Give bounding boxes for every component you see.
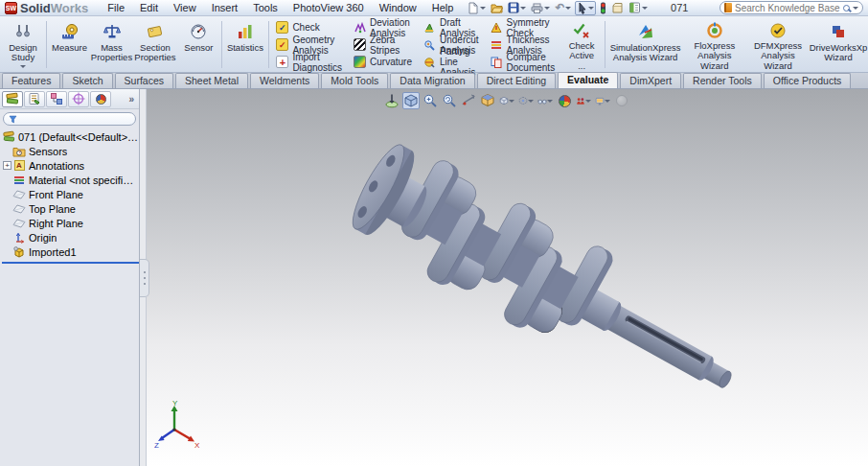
tab-data-migration[interactable]: Data Migration [390, 73, 474, 88]
menu-insert[interactable]: Insert [204, 1, 246, 14]
expand-icon[interactable]: + [3, 161, 11, 170]
menu-edit[interactable]: Edit [132, 1, 166, 14]
tab-sheet-metal[interactable]: Sheet Metal [175, 73, 248, 88]
quick-access-toolbar: ↶ [467, 1, 649, 15]
new-document-button[interactable] [467, 1, 487, 15]
normal-to-icon[interactable] [383, 92, 400, 109]
parting-line-analysis-button[interactable]: Parting Line Analysis [420, 54, 483, 70]
tab-render-tools[interactable]: Render Tools [683, 73, 762, 88]
mass-properties-button[interactable]: Mass Properties [91, 18, 133, 71]
tree-item-annotations[interactable]: + A Annotations [2, 158, 139, 173]
check-active-icon [572, 21, 591, 40]
curvature-button[interactable]: Curvature [350, 54, 416, 70]
tree-item-origin[interactable]: Origin [2, 230, 139, 245]
tree-item-material[interactable]: Material <not specified> [2, 173, 139, 187]
solidworks-logo-icon: SW [5, 2, 17, 14]
tab-property-manager[interactable] [24, 91, 45, 107]
thickness-analysis-button[interactable]: Thickness Analysis [487, 36, 560, 53]
tab-direct-editing[interactable]: Direct Editing [477, 73, 556, 88]
file-properties-button[interactable] [610, 1, 625, 15]
section-properties-icon [146, 21, 165, 42]
options-button[interactable] [628, 1, 649, 15]
menu-view[interactable]: View [166, 1, 204, 14]
previous-view-icon[interactable] [441, 92, 458, 109]
filter-funnel-icon [9, 115, 17, 124]
tab-display-manager[interactable] [90, 91, 111, 107]
deviation-analysis-button[interactable]: Deviation Analysis [350, 19, 416, 35]
print-button[interactable] [530, 1, 551, 15]
compare-documents-button[interactable]: Compare Documents [487, 54, 560, 70]
tree-item-front-plane[interactable]: Front Plane [2, 187, 139, 201]
rollback-bar[interactable] [2, 262, 139, 264]
undo-button[interactable]: ↶ [554, 1, 572, 15]
symmetry-check-button[interactable]: Symmetry Check [487, 19, 560, 35]
geometry-analysis-button[interactable]: ✓ Geometry Analysis [272, 36, 346, 53]
zebra-stripes-button[interactable]: Zebra Stripes [350, 36, 416, 53]
zoom-to-area-icon[interactable] [422, 92, 439, 109]
edit-appearance-icon[interactable] [556, 92, 573, 109]
open-button[interactable] [490, 1, 504, 15]
feature-manager-panel: » 071 (Default<<Default>_Display Sensors [0, 89, 140, 466]
tree-item-label: Origin [29, 232, 57, 244]
display-style-icon[interactable] [498, 92, 515, 109]
simulationxpress-wizard-button[interactable]: SimulationXpress Analysis Wizard [607, 18, 684, 71]
tree-item-top-plane[interactable]: Top Plane [2, 201, 139, 216]
driveworksxpress-wizard-button[interactable]: DriveWorksXp Wizard [811, 18, 866, 71]
tab-evaluate[interactable]: Evaluate [558, 72, 618, 88]
tab-feature-manager[interactable] [2, 91, 23, 107]
knowledge-base-search[interactable] [720, 1, 863, 14]
statistics-button[interactable]: Statistics [224, 18, 266, 71]
solidworks-logo: SW SolidWorks [5, 1, 88, 15]
sensor-button[interactable]: Sensor [177, 18, 219, 71]
save-button[interactable] [507, 1, 527, 15]
zoom-to-fit-icon[interactable] [402, 92, 420, 109]
realview-icon[interactable] [613, 92, 630, 109]
tab-weldments[interactable]: Weldments [250, 73, 319, 88]
section-properties-button[interactable]: Section Properties [133, 18, 178, 71]
sensor-icon [189, 21, 208, 42]
design-study-button[interactable]: Design Study [2, 18, 44, 71]
tree-item-imported1[interactable]: Imported1 [2, 245, 139, 259]
menu-tools[interactable]: Tools [245, 1, 286, 14]
tab-dimxpert[interactable]: DimXpert [620, 73, 681, 88]
tab-sketch[interactable]: Sketch [62, 73, 112, 88]
dfmxpress-wizard-button[interactable]: DFMXpress Analysis Wizard [745, 18, 811, 71]
manager-tabs-more-icon[interactable]: » [126, 94, 137, 105]
splitter-handle[interactable] [140, 259, 149, 297]
panel-splitter[interactable] [140, 89, 147, 466]
search-dropdown-icon[interactable] [853, 7, 858, 10]
view-setting-monitor-icon[interactable] [594, 92, 611, 109]
tab-dimxpert-manager[interactable] [68, 91, 89, 107]
select-button[interactable] [575, 1, 596, 15]
search-input[interactable] [735, 3, 840, 13]
graphics-area[interactable]: Y X Z [147, 89, 868, 466]
view-settings-icon[interactable] [537, 92, 554, 109]
3d-drawing-view-icon[interactable] [460, 92, 477, 109]
menu-photoview-360[interactable]: PhotoView 360 [286, 1, 372, 14]
tree-filter-input[interactable] [3, 112, 136, 126]
tree-root[interactable]: 071 (Default<<Default>_Display [2, 129, 139, 144]
rebuild-button[interactable] [599, 1, 607, 15]
tree-item-right-plane[interactable]: Right Plane [2, 216, 139, 230]
menu-help[interactable]: Help [424, 1, 462, 14]
draft-analysis-button[interactable]: Draft Analysis [420, 19, 483, 35]
check-active-button[interactable]: Check Active ... [560, 18, 603, 71]
model-crankshaft[interactable] [147, 89, 868, 466]
tree-item-sensors[interactable]: Sensors [2, 144, 139, 158]
tab-office-products[interactable]: Office Products [764, 73, 852, 88]
import-diagnostics-button[interactable]: + Import Diagnostics [272, 54, 346, 70]
menu-window[interactable]: Window [372, 1, 424, 14]
material-icon [14, 176, 24, 184]
view-orientation-icon[interactable] [479, 92, 496, 109]
menu-file[interactable]: File [100, 1, 132, 14]
tree-item-label: Imported1 [29, 246, 77, 258]
floxpress-wizard-button[interactable]: FloXpress Analysis Wizard [684, 18, 745, 71]
apply-scene-icon[interactable] [575, 92, 592, 109]
check-button[interactable]: ✓ Check [272, 19, 346, 35]
tab-surfaces[interactable]: Surfaces [115, 73, 173, 88]
tab-configuration-manager[interactable] [46, 91, 67, 107]
measure-button[interactable]: Measure [49, 18, 91, 71]
tab-features[interactable]: Features [2, 73, 60, 88]
tab-mold-tools[interactable]: Mold Tools [321, 73, 388, 88]
hide-show-items-icon[interactable] [517, 92, 535, 109]
